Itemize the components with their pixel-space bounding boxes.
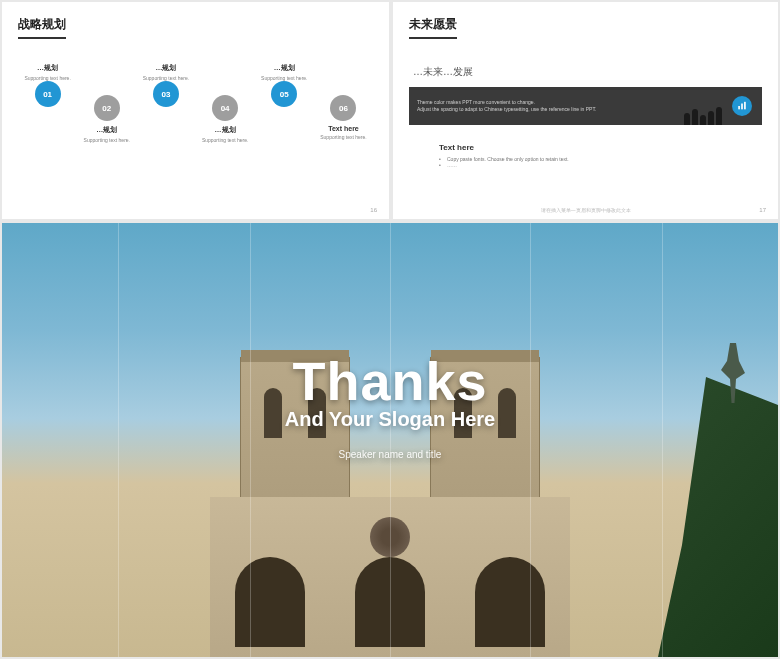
item-label: …规划 — [155, 63, 176, 73]
circles-row: …规划 Supporting text here. 01 02 …规划 Supp… — [18, 55, 373, 143]
dark-line-2: Adjust the spacing to adapt to Chinese t… — [417, 106, 596, 113]
trees-image — [658, 377, 778, 657]
chart-icon — [732, 96, 752, 116]
thanks-slogan: And Your Slogan Here — [285, 408, 495, 431]
page-number: 16 — [370, 207, 377, 213]
thanks-speaker: Speaker name and title — [285, 449, 495, 460]
svg-rect-0 — [738, 106, 740, 109]
footer-text: 请在插入菜单—页眉和页脚中修改此文本 — [541, 207, 631, 213]
thanks-heading: Thanks — [285, 350, 495, 412]
dark-text: Theme color makes PPT more convenient to… — [417, 99, 596, 113]
text-here-title: Text here — [439, 143, 762, 152]
circle-01: 01 — [35, 81, 61, 107]
item-sub: Supporting text here. — [84, 137, 130, 143]
thanks-text-box: Thanks And Your Slogan Here Speaker name… — [285, 350, 495, 460]
dark-bar: Theme color makes PPT more convenient to… — [409, 87, 762, 125]
subtitle: …未来…发展 — [413, 65, 762, 79]
cathedral-image — [110, 277, 670, 657]
slide-thanks: Thanks And Your Slogan Here Speaker name… — [2, 223, 778, 657]
item-label: …规划 — [96, 125, 117, 135]
item-sub: Supporting text here. — [320, 134, 366, 140]
circle-06: 06 — [330, 95, 356, 121]
item-label: …规划 — [274, 63, 295, 73]
item-label: Text here — [328, 125, 359, 132]
slide-vision: 未来愿景 …未来…发展 Theme color makes PPT more c… — [393, 2, 778, 219]
bullet: …… — [439, 162, 762, 168]
page-number: 17 — [759, 207, 766, 213]
item-label: …规划 — [215, 125, 236, 135]
circle-02: 02 — [94, 95, 120, 121]
circle-04: 04 — [212, 95, 238, 121]
slide-title: 战略规划 — [18, 16, 66, 39]
svg-rect-2 — [744, 102, 746, 110]
dark-line-1: Theme color makes PPT more convenient to… — [417, 99, 596, 106]
text-here-section: Text here Copy paste fonts. Choose the o… — [409, 143, 762, 168]
item-sub: Supporting text here. — [202, 137, 248, 143]
silhouette-image — [684, 105, 722, 125]
slide-title: 未来愿景 — [409, 16, 457, 39]
circle-03: 03 — [153, 81, 179, 107]
circle-05: 05 — [271, 81, 297, 107]
svg-rect-1 — [741, 104, 743, 110]
item-label: …规划 — [37, 63, 58, 73]
slide-strategy: 战略规划 …规划 Supporting text here. 01 02 …规划… — [2, 2, 389, 219]
